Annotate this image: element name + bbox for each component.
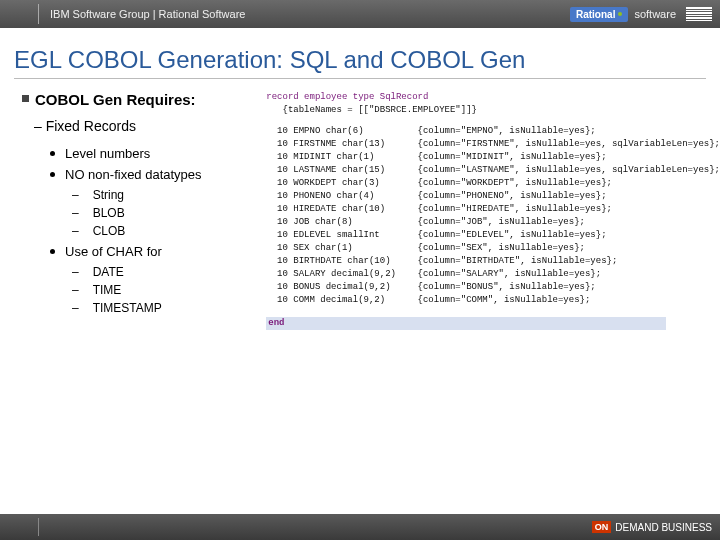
bullet-nonfixed: NO non-fixed datatypes [50,167,260,182]
sub-date: –DATE [72,265,260,279]
code-column: record employee type SqlRecord {tableNam… [266,91,720,330]
sub-timestamp: –TIMESTAMP [72,301,260,315]
footer-divider [38,518,39,536]
dot-bullet-icon [50,172,55,177]
code-line: 10 MIDINIT char(1) {column="MIDINIT", is… [266,151,720,164]
fixed-records-label: – Fixed Records [34,118,260,134]
header-right: Rational software [570,0,712,28]
code-line: 10 FIRSTNME char(13) {column="FIRSTNME",… [266,138,720,151]
content: COBOL Gen Requires: – Fixed Records Leve… [0,91,720,330]
code-line: 10 JOB char(8) {column="JOB", isNullable… [266,216,720,229]
code-line: 10 PHONENO char(4) {column="PHONENO", is… [266,190,720,203]
code-line: 10 COMM decimal(9,2) {column="COMM", isN… [266,294,720,307]
code-line: 10 WORKDEPT char(3) {column="WORKDEPT", … [266,177,720,190]
code-line: 10 SEX char(1) {column="SEX", isNullable… [266,242,720,255]
breadcrumb: IBM Software Group | Rational Software [50,8,245,20]
footer-bar: ON DEMAND BUSINESS [0,514,720,540]
outline-column: COBOL Gen Requires: – Fixed Records Leve… [22,91,260,330]
code-line: 10 BONUS decimal(9,2) {column="BONUS", i… [266,281,720,294]
code-line: record employee type SqlRecord [266,91,720,104]
rational-badge: Rational [570,7,628,22]
bullet-usechar: Use of CHAR for [50,244,260,259]
title-rule [14,78,706,79]
page-title: EGL COBOL Generation: SQL and COBOL Gen [0,28,720,78]
bullet-level: Level numbers [50,146,260,161]
demand-label: DEMAND BUSINESS [615,522,712,533]
sub-blob: –BLOB [72,206,260,220]
sub-time: –TIME [72,283,260,297]
software-label: software [634,8,676,20]
code-line: 10 EMPNO char(6) {column="EMPNO", isNull… [266,125,720,138]
code-line: {tableNames = [["DBSRCE.EMPLOYEE"]]} [266,104,720,117]
footer-right: ON DEMAND BUSINESS [592,521,712,533]
dot-icon [618,12,622,16]
code-end: end [266,317,666,330]
ibm-logo-icon [686,7,712,21]
sub-string: –String [72,188,260,202]
code-line: 10 SALARY decimal(9,2) {column="SALARY",… [266,268,720,281]
header-divider [38,4,39,24]
dot-bullet-icon [50,249,55,254]
code-line: 10 BIRTHDATE char(10) {column="BIRTHDATE… [266,255,720,268]
code-line: 10 EDLEVEL smallInt {column="EDLEVEL", i… [266,229,720,242]
requires-label: COBOL Gen Requires: [35,91,196,108]
on-badge: ON [592,521,612,533]
code-line: 10 LASTNAME char(15) {column="LASTNAME",… [266,164,720,177]
code-line: 10 HIREDATE char(10) {column="HIREDATE",… [266,203,720,216]
dot-bullet-icon [50,151,55,156]
square-bullet-icon [22,95,29,102]
requires-row: COBOL Gen Requires: [22,91,260,108]
sub-clob: –CLOB [72,224,260,238]
header-bar: IBM Software Group | Rational Software R… [0,0,720,28]
